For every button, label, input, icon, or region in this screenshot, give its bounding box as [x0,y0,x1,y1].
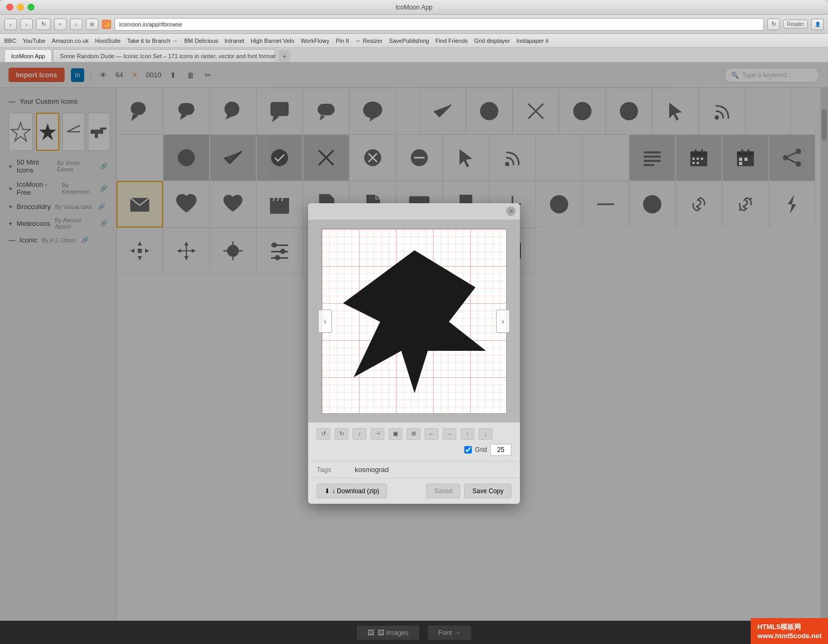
modal-overlay: ✕ ‹ [0,62,828,644]
flip-v-button[interactable]: ↻ [335,428,348,440]
bookmark-branch[interactable]: Take it to Branch → [127,38,178,44]
forward-button[interactable]: › [20,19,33,30]
new-tab-button[interactable]: + [54,19,67,30]
bookmark-youtube[interactable]: YouTube [23,38,46,44]
tabs-bar: IcoMoon App Some Random Dude — Iconic Ic… [0,48,828,62]
bookmarks-bar: BBC YouTube Amazon.co.uk HootSuite Take … [0,34,828,48]
tab-iconic[interactable]: Some Random Dude — Iconic Icon Set – 171… [53,49,275,62]
reader-button[interactable]: Reader [783,20,808,29]
grid-canvas [321,229,507,414]
favicon: 🌙 [102,20,111,29]
bookmark-amazon[interactable]: Amazon.co.uk [52,38,89,44]
bookmark-grid[interactable]: Grid displayer [474,38,510,44]
download-icon: ⬇ [325,487,330,495]
bookmark-intranet[interactable]: Intranet [224,38,244,44]
modal-tools: ↺ ↻ ↑ ⊣ ▣ ⊞ ← → ↑ ↓ Grid 25 [308,422,520,461]
bookmark-hootsuite[interactable]: HootSuite [95,38,121,44]
watermark: HTML5模板网 www.html5code.net [751,618,828,644]
tab-icomoon[interactable]: IcoMoon App [4,49,52,62]
modal-tags-row: Tags kosmograd [308,461,520,478]
grid-size-input[interactable]: 25 [490,444,511,456]
prev-icon-button[interactable]: ‹ [318,310,332,333]
grid-controls: Grid 25 [464,444,511,456]
window-title: IcoMoon App [395,4,433,11]
download-button[interactable]: ⬇ ↓ Download (zip) [317,484,387,498]
modal-close-button[interactable]: ✕ [506,206,516,216]
arrow-left-button[interactable]: ← [425,428,438,440]
window-controls[interactable] [6,4,34,11]
modal-actions: ⬇ ↓ Download (zip) Saved Save Copy [308,478,520,504]
bookmark-barnet[interactable]: High Barnet Velo [250,38,294,44]
nav-bar: ‹ › ↻ + ⌂ ⊞ 🌙 icomoon.io/app/#browse ↻ R… [0,15,828,34]
icon-canvas-wrapper: ‹ [321,229,507,414]
address-bar[interactable]: icomoon.io/app/#browse [114,18,764,31]
arrow-right-button[interactable]: → [443,428,456,440]
flip-h-button[interactable]: ↺ [317,428,330,440]
arrow-up-button[interactable]: ↑ [461,428,474,440]
arrow-down-button[interactable]: ↓ [479,428,492,440]
home-button[interactable]: ⌂ [70,19,83,30]
minimize-button[interactable] [17,4,24,11]
bookmark-resizer[interactable]: ↔ Resizer [355,38,382,44]
tab-add-button[interactable]: + [278,50,290,62]
app-content: Import Icons in 👁 64 ✕ 0010 ⬆ 🗑 ✏ 🔍 Type… [0,62,828,644]
plus-button[interactable]: ⊞ [407,428,420,440]
grid-toggle[interactable] [464,446,472,453]
bookmark-friends[interactable]: Find Friends [435,38,467,44]
title-bar: IcoMoon App [0,0,828,15]
flip-up-button[interactable]: ↑ [353,428,366,440]
saved-button[interactable]: Saved [426,484,460,498]
history-button[interactable]: ⊞ [86,19,98,30]
bookmark-bbc[interactable]: BBC [4,38,16,44]
bookmark-pinit[interactable]: Pin It [336,38,349,44]
align-left-button[interactable]: ⊣ [371,428,384,440]
reload-button[interactable]: ↻ [36,19,51,30]
modal-icon-display: ‹ [308,220,520,422]
modal-header: ✕ [308,203,520,220]
icon-detail-modal: ✕ ‹ [308,203,520,504]
bookmark-savepublishing[interactable]: SavePublishing [389,38,429,44]
bookmark-delicious[interactable]: BM Delicious [184,38,218,44]
profile-button[interactable]: 👤 [811,19,824,30]
icon-star-shape [322,229,507,414]
refresh-button[interactable]: ↻ [767,19,780,30]
next-icon-button[interactable]: › [496,310,510,333]
bookmark-instapaper[interactable]: Instapaper it [516,38,548,44]
close-button[interactable] [6,4,13,11]
bookmark-workflowy[interactable]: WorkFlowy [301,38,329,44]
save-copy-button[interactable]: Save Copy [464,484,511,498]
maximize-button[interactable] [28,4,34,11]
back-button[interactable]: ‹ [4,19,17,30]
rect-button[interactable]: ▣ [389,428,402,440]
tags-value: kosmograd [355,466,389,474]
